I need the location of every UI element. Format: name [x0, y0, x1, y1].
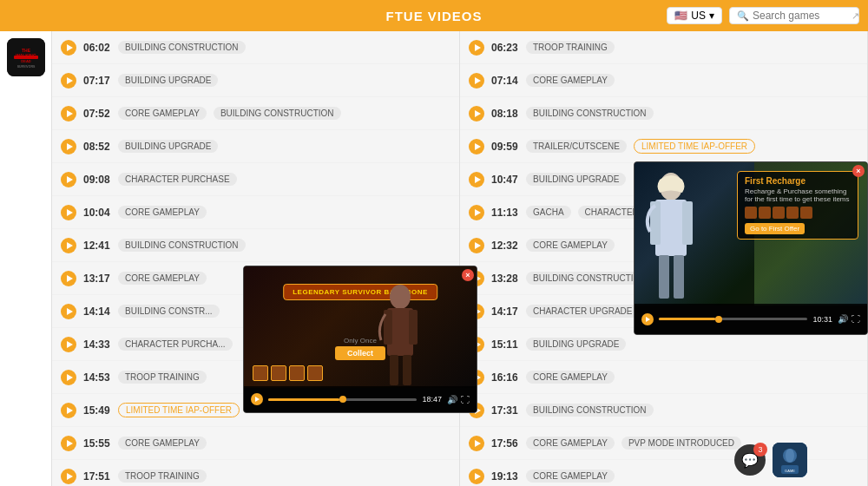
header: FTUE VIDEOS 🇺🇸 US ▾ 🔍 ↗ [0, 0, 868, 31]
play-button[interactable] [61, 40, 76, 56]
play-pause-button-right[interactable] [641, 313, 654, 325]
timestamp: 17:51 [83, 470, 111, 483]
table-row: 15:55 CORE GAMEPLAY [52, 427, 459, 460]
timestamp: 12:32 [491, 240, 519, 252]
chat-widget[interactable]: 💬 3 [734, 444, 766, 476]
svg-rect-15 [682, 201, 693, 245]
timestamp: 11:13 [491, 207, 519, 219]
play-button[interactable] [61, 469, 76, 484]
close-button-right[interactable]: × [852, 165, 865, 177]
control-icons-left: 🔊 ⛶ [447, 395, 470, 404]
table-row: 09:08 CHARACTER PURCHASE [52, 163, 459, 196]
tag: TROOP TRAINING [118, 470, 207, 483]
table-row: 10:04 CORE GAMEPLAY [52, 196, 459, 229]
svg-text:DEAD: DEAD [21, 59, 30, 63]
timestamp: 07:17 [83, 75, 111, 87]
chevron-down-icon: ▾ [709, 10, 714, 22]
reward-icons [745, 207, 851, 219]
play-button[interactable] [469, 73, 484, 89]
progress-bar-left[interactable] [268, 398, 417, 401]
timestamp: 06:23 [491, 42, 519, 54]
play-button[interactable] [469, 238, 484, 253]
timestamp: 15:55 [83, 437, 111, 450]
reward-icon-4 [786, 207, 799, 219]
video-player-right: × [634, 161, 868, 335]
tag: LIMITED TIME IAP-OFFER [118, 403, 240, 417]
play-button[interactable] [61, 139, 76, 154]
right-info-box: First Recharge Recharge & Purchase somet… [737, 171, 858, 240]
left-column: 06:02 BUILDING CONSTRUCTION 07:17 BUILDI… [52, 31, 460, 486]
play-button[interactable] [61, 337, 76, 352]
video-controls-left: 18:47 🔊 ⛶ [244, 386, 477, 412]
table-row: 06:23 TROOP TRAINING [460, 31, 867, 64]
volume-icon-right[interactable]: 🔊 [838, 314, 848, 324]
timestamp: 15:11 [491, 338, 519, 351]
play-button[interactable] [61, 271, 76, 286]
timestamp: 16:16 [491, 371, 519, 384]
play-button[interactable] [469, 106, 484, 122]
close-button-left[interactable]: × [462, 269, 474, 281]
game-widget[interactable]: GAME [773, 443, 807, 477]
play-pause-button-left[interactable] [251, 393, 263, 405]
tag: BUILDING CONSTRUCTION [118, 239, 246, 252]
table-row: 07:17 BUILDING UPGRADE [52, 64, 459, 97]
video-content-right: First Recharge Recharge & Purchase somet… [635, 162, 867, 305]
tag: LIMITED TIME IAP-OFFER [634, 139, 755, 154]
tag: BUILDING UPGRADE [526, 173, 626, 186]
tag: BUILDING UPGRADE [118, 140, 218, 153]
tag: CORE GAMEPLAY [526, 470, 615, 483]
play-button[interactable] [61, 403, 76, 418]
timestamp: 08:52 [83, 141, 111, 153]
timestamp: 12:41 [83, 240, 111, 252]
play-button[interactable] [469, 40, 484, 56]
fullscreen-icon[interactable]: ⛶ [461, 395, 470, 404]
timestamp: 09:59 [491, 141, 519, 153]
tag: BUILDING CONSTR... [118, 305, 220, 318]
search-input[interactable] [753, 10, 848, 22]
reward-icon-5 [800, 207, 812, 219]
play-button[interactable] [61, 205, 76, 220]
play-button[interactable] [469, 436, 484, 451]
progress-fill-right [659, 318, 715, 320]
timestamp: 14:14 [83, 305, 111, 318]
timestamp: 07:52 [83, 108, 111, 120]
svg-point-6 [390, 285, 411, 309]
table-row: 08:52 BUILDING UPGRADE [52, 130, 459, 163]
search-box[interactable]: 🔍 ↗ [729, 7, 859, 24]
timestamp: 15:49 [83, 404, 111, 417]
play-button[interactable] [469, 469, 484, 484]
tag: TROOP TRAINING [526, 41, 615, 54]
timestamp: 10:04 [83, 207, 111, 219]
control-icons-right: 🔊 ⛶ [838, 314, 860, 324]
tag: CORE GAMEPLAY [118, 206, 207, 219]
timestamp: 14:53 [83, 371, 111, 384]
progress-bar-right[interactable] [659, 318, 807, 320]
play-button[interactable] [61, 304, 76, 319]
tag: CORE GAMEPLAY [118, 272, 207, 285]
tag: BUILDING UPGRADE [526, 338, 626, 351]
cta-button[interactable]: Go to First Offer [745, 223, 805, 234]
play-button[interactable] [61, 238, 76, 253]
play-button[interactable] [61, 73, 76, 89]
play-button[interactable] [469, 172, 484, 187]
play-button[interactable] [61, 370, 76, 385]
table-row: 07:14 CORE GAMEPLAY [460, 64, 867, 97]
play-button[interactable] [61, 106, 76, 122]
tag: BUILDING UPGRADE [118, 74, 218, 87]
svg-rect-17 [674, 255, 684, 299]
fullscreen-icon-right[interactable]: ⛶ [852, 314, 860, 324]
volume-icon[interactable]: 🔊 [447, 395, 457, 404]
game-thumbnail: THE WALKING DEAD SURVIVORS [7, 38, 45, 76]
timestamp: 14:17 [491, 305, 519, 318]
bottom-widgets: 💬 3 GAME [734, 443, 807, 477]
tag: CHARACTER PURCHASE [118, 173, 237, 186]
flag-icon: 🇺🇸 [674, 10, 687, 22]
game-icon[interactable]: THE WALKING DEAD SURVIVORS [7, 38, 45, 76]
video-content-left: LEGENDARY SURVIVOR BACKBONE Collect Only… [244, 266, 477, 388]
play-button[interactable] [61, 172, 76, 187]
play-button[interactable] [469, 205, 484, 220]
region-selector[interactable]: 🇺🇸 US ▾ [667, 7, 722, 24]
play-button[interactable] [61, 436, 76, 451]
time-display-right: 10:31 [812, 315, 832, 324]
play-button[interactable] [469, 139, 484, 154]
